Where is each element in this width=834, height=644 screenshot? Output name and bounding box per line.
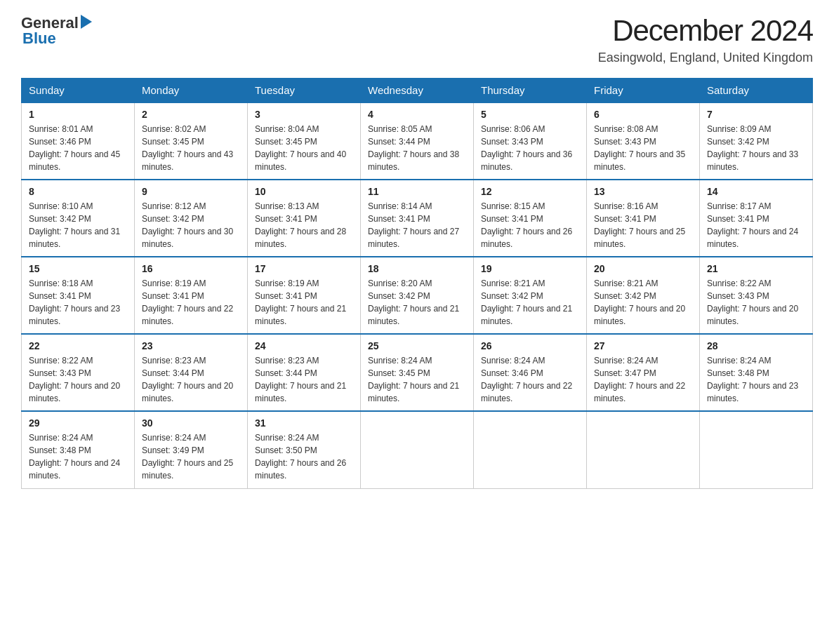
day-12: 12 Sunrise: 8:15 AMSunset: 3:41 PMDaylig… bbox=[474, 180, 587, 257]
day-info: Sunrise: 8:24 AMSunset: 3:49 PMDaylight:… bbox=[142, 433, 233, 481]
empty-cell-w5c5 bbox=[474, 411, 587, 488]
empty-cell-w5c7 bbox=[700, 411, 813, 488]
day-number: 14 bbox=[707, 186, 805, 197]
col-sunday: Sunday bbox=[22, 79, 135, 103]
day-number: 5 bbox=[481, 109, 579, 120]
day-number: 31 bbox=[255, 417, 353, 429]
day-info: Sunrise: 8:21 AMSunset: 3:42 PMDaylight:… bbox=[481, 279, 572, 326]
day-info: Sunrise: 8:05 AMSunset: 3:44 PMDaylight:… bbox=[368, 124, 459, 172]
day-number: 27 bbox=[594, 340, 692, 351]
day-number: 12 bbox=[481, 186, 579, 197]
day-info: Sunrise: 8:17 AMSunset: 3:41 PMDaylight:… bbox=[707, 201, 798, 249]
day-info: Sunrise: 8:24 AMSunset: 3:48 PMDaylight:… bbox=[29, 433, 120, 481]
day-info: Sunrise: 8:18 AMSunset: 3:41 PMDaylight:… bbox=[29, 279, 120, 326]
day-info: Sunrise: 8:06 AMSunset: 3:43 PMDaylight:… bbox=[481, 124, 572, 172]
day-number: 24 bbox=[255, 340, 353, 351]
day-9: 9 Sunrise: 8:12 AMSunset: 3:42 PMDayligh… bbox=[135, 180, 248, 257]
day-number: 17 bbox=[255, 263, 353, 274]
day-number: 8 bbox=[29, 186, 127, 197]
day-number: 11 bbox=[368, 186, 466, 197]
day-28: 28 Sunrise: 8:24 AMSunset: 3:48 PMDaylig… bbox=[700, 334, 813, 411]
day-4: 4 Sunrise: 8:05 AMSunset: 3:44 PMDayligh… bbox=[361, 102, 474, 180]
svg-marker-0 bbox=[81, 15, 92, 29]
day-number: 3 bbox=[255, 109, 353, 120]
day-22: 22 Sunrise: 8:22 AMSunset: 3:43 PMDaylig… bbox=[22, 334, 135, 411]
day-info: Sunrise: 8:23 AMSunset: 3:44 PMDaylight:… bbox=[255, 356, 346, 403]
day-info: Sunrise: 8:21 AMSunset: 3:42 PMDaylight:… bbox=[594, 279, 685, 326]
col-monday: Monday bbox=[135, 79, 248, 103]
day-info: Sunrise: 8:19 AMSunset: 3:41 PMDaylight:… bbox=[255, 279, 346, 326]
header-row: Sunday Monday Tuesday Wednesday Thursday… bbox=[22, 79, 813, 103]
day-21: 21 Sunrise: 8:22 AMSunset: 3:43 PMDaylig… bbox=[700, 257, 813, 334]
col-tuesday: Tuesday bbox=[248, 79, 361, 103]
day-info: Sunrise: 8:13 AMSunset: 3:41 PMDaylight:… bbox=[255, 201, 346, 249]
logo-arrow-icon bbox=[81, 15, 92, 32]
day-number: 2 bbox=[142, 109, 240, 120]
week-row-3: 15 Sunrise: 8:18 AMSunset: 3:41 PMDaylig… bbox=[22, 257, 813, 334]
day-17: 17 Sunrise: 8:19 AMSunset: 3:41 PMDaylig… bbox=[248, 257, 361, 334]
empty-cell-w5c6 bbox=[587, 411, 700, 488]
day-info: Sunrise: 8:15 AMSunset: 3:41 PMDaylight:… bbox=[481, 201, 572, 249]
day-info: Sunrise: 8:20 AMSunset: 3:42 PMDaylight:… bbox=[368, 279, 459, 326]
day-11: 11 Sunrise: 8:14 AMSunset: 3:41 PMDaylig… bbox=[361, 180, 474, 257]
day-number: 21 bbox=[707, 263, 805, 274]
day-info: Sunrise: 8:22 AMSunset: 3:43 PMDaylight:… bbox=[707, 279, 798, 326]
day-info: Sunrise: 8:24 AMSunset: 3:45 PMDaylight:… bbox=[368, 356, 459, 403]
day-14: 14 Sunrise: 8:17 AMSunset: 3:41 PMDaylig… bbox=[700, 180, 813, 257]
logo: General Blue bbox=[21, 14, 92, 48]
col-friday: Friday bbox=[587, 79, 700, 103]
empty-cell-w5c4 bbox=[361, 411, 474, 488]
col-thursday: Thursday bbox=[474, 79, 587, 103]
week-row-2: 8 Sunrise: 8:10 AMSunset: 3:42 PMDayligh… bbox=[22, 180, 813, 257]
day-13: 13 Sunrise: 8:16 AMSunset: 3:41 PMDaylig… bbox=[587, 180, 700, 257]
page-header: General Blue December 2024 Easingwold, E… bbox=[21, 14, 813, 65]
day-number: 23 bbox=[142, 340, 240, 351]
logo-blue-text: Blue bbox=[22, 29, 56, 48]
day-info: Sunrise: 8:24 AMSunset: 3:50 PMDaylight:… bbox=[255, 433, 346, 481]
day-number: 19 bbox=[481, 263, 579, 274]
day-info: Sunrise: 8:24 AMSunset: 3:48 PMDaylight:… bbox=[707, 356, 798, 403]
calendar-table: Sunday Monday Tuesday Wednesday Thursday… bbox=[21, 78, 813, 489]
day-number: 13 bbox=[594, 186, 692, 197]
day-number: 9 bbox=[142, 186, 240, 197]
day-6: 6 Sunrise: 8:08 AMSunset: 3:43 PMDayligh… bbox=[587, 102, 700, 180]
week-row-5: 29 Sunrise: 8:24 AMSunset: 3:48 PMDaylig… bbox=[22, 411, 813, 488]
day-info: Sunrise: 8:14 AMSunset: 3:41 PMDaylight:… bbox=[368, 201, 459, 249]
day-number: 30 bbox=[142, 417, 240, 429]
day-info: Sunrise: 8:16 AMSunset: 3:41 PMDaylight:… bbox=[594, 201, 685, 249]
day-25: 25 Sunrise: 8:24 AMSunset: 3:45 PMDaylig… bbox=[361, 334, 474, 411]
day-3: 3 Sunrise: 8:04 AMSunset: 3:45 PMDayligh… bbox=[248, 102, 361, 180]
day-15: 15 Sunrise: 8:18 AMSunset: 3:41 PMDaylig… bbox=[22, 257, 135, 334]
calendar-subtitle: Easingwold, England, United Kingdom bbox=[598, 51, 813, 65]
day-10: 10 Sunrise: 8:13 AMSunset: 3:41 PMDaylig… bbox=[248, 180, 361, 257]
day-info: Sunrise: 8:08 AMSunset: 3:43 PMDaylight:… bbox=[594, 124, 685, 172]
day-2: 2 Sunrise: 8:02 AMSunset: 3:45 PMDayligh… bbox=[135, 102, 248, 180]
day-number: 28 bbox=[707, 340, 805, 351]
day-info: Sunrise: 8:10 AMSunset: 3:42 PMDaylight:… bbox=[29, 201, 120, 249]
day-29: 29 Sunrise: 8:24 AMSunset: 3:48 PMDaylig… bbox=[22, 411, 135, 488]
day-info: Sunrise: 8:24 AMSunset: 3:47 PMDaylight:… bbox=[594, 356, 685, 403]
day-number: 18 bbox=[368, 263, 466, 274]
day-number: 10 bbox=[255, 186, 353, 197]
day-19: 19 Sunrise: 8:21 AMSunset: 3:42 PMDaylig… bbox=[474, 257, 587, 334]
day-26: 26 Sunrise: 8:24 AMSunset: 3:46 PMDaylig… bbox=[474, 334, 587, 411]
day-30: 30 Sunrise: 8:24 AMSunset: 3:49 PMDaylig… bbox=[135, 411, 248, 488]
day-info: Sunrise: 8:09 AMSunset: 3:42 PMDaylight:… bbox=[707, 124, 798, 172]
day-number: 6 bbox=[594, 109, 692, 120]
day-number: 22 bbox=[29, 340, 127, 351]
day-info: Sunrise: 8:24 AMSunset: 3:46 PMDaylight:… bbox=[481, 356, 572, 403]
day-number: 15 bbox=[29, 263, 127, 274]
day-8: 8 Sunrise: 8:10 AMSunset: 3:42 PMDayligh… bbox=[22, 180, 135, 257]
day-number: 4 bbox=[368, 109, 466, 120]
day-info: Sunrise: 8:02 AMSunset: 3:45 PMDaylight:… bbox=[142, 124, 233, 172]
day-number: 29 bbox=[29, 417, 127, 429]
col-wednesday: Wednesday bbox=[361, 79, 474, 103]
day-31: 31 Sunrise: 8:24 AMSunset: 3:50 PMDaylig… bbox=[248, 411, 361, 488]
day-info: Sunrise: 8:04 AMSunset: 3:45 PMDaylight:… bbox=[255, 124, 346, 172]
day-number: 1 bbox=[29, 109, 127, 120]
day-23: 23 Sunrise: 8:23 AMSunset: 3:44 PMDaylig… bbox=[135, 334, 248, 411]
calendar-title: December 2024 bbox=[598, 14, 813, 48]
day-number: 7 bbox=[707, 109, 805, 120]
day-number: 20 bbox=[594, 263, 692, 274]
day-info: Sunrise: 8:23 AMSunset: 3:44 PMDaylight:… bbox=[142, 356, 233, 403]
